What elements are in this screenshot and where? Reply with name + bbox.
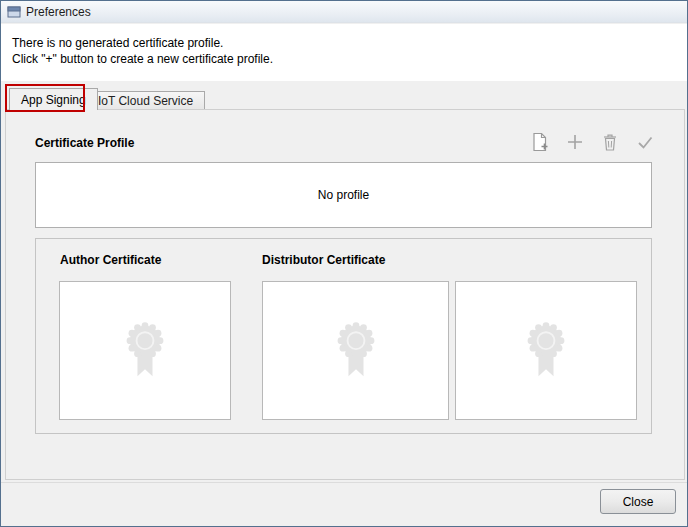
- profile-list[interactable]: No profile: [35, 162, 652, 228]
- footer-divider: [1, 482, 687, 483]
- window-title: Preferences: [26, 5, 91, 19]
- window-icon: [7, 5, 21, 19]
- certificate-badge-icon: [122, 320, 168, 382]
- distributor-certificate-box-2: [455, 281, 637, 420]
- info-header: There is no generated certificate profil…: [1, 24, 687, 81]
- add-profile-icon[interactable]: [564, 131, 586, 153]
- profile-toolbar: [529, 131, 656, 153]
- no-profile-text: No profile: [318, 188, 369, 202]
- certificate-badge-icon: [333, 320, 379, 382]
- tab-page-app-signing: Certificate Profile: [5, 109, 685, 480]
- info-line-2: Click "+" button to create a new certifi…: [12, 51, 687, 67]
- preferences-dialog: Preferences There is no generated certif…: [0, 0, 688, 527]
- distributor-certificate-title: Distributor Certificate: [262, 253, 385, 267]
- close-button[interactable]: Close: [600, 489, 676, 514]
- tab-app-signing-label: App Signing: [21, 93, 86, 107]
- distributor-certificate-box-1: [262, 281, 449, 420]
- certificates-group: Author Certificate Distributor Certifica…: [35, 238, 652, 434]
- author-certificate-box: [59, 281, 231, 420]
- new-profile-icon[interactable]: [529, 131, 551, 153]
- tab-iot-cloud-service-label: IoT Cloud Service: [98, 94, 193, 108]
- certificate-profile-title: Certificate Profile: [35, 136, 134, 150]
- tab-app-signing[interactable]: App Signing: [9, 88, 98, 110]
- delete-profile-icon[interactable]: [599, 131, 621, 153]
- info-line-1: There is no generated certificate profil…: [12, 35, 687, 51]
- set-active-profile-icon[interactable]: [634, 131, 656, 153]
- tab-iot-cloud-service[interactable]: IoT Cloud Service: [86, 91, 205, 110]
- certificate-badge-icon: [523, 320, 569, 382]
- author-certificate-title: Author Certificate: [60, 253, 161, 267]
- title-bar[interactable]: Preferences: [1, 1, 687, 23]
